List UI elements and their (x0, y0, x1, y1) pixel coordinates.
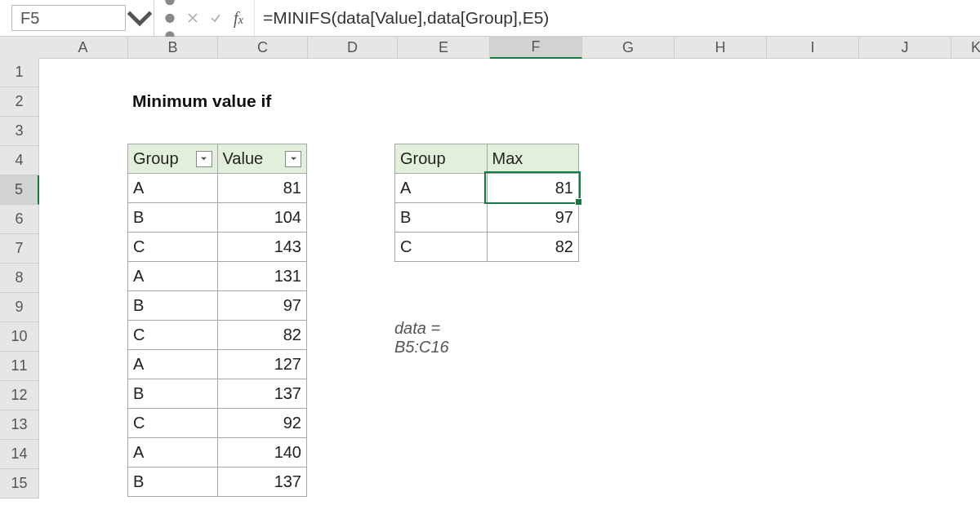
insert-function-button[interactable]: fx (228, 0, 249, 36)
result-table-cell[interactable]: B (395, 203, 488, 233)
data-table-cell[interactable]: C (128, 321, 218, 350)
col-head-F[interactable]: F (490, 37, 582, 59)
data-table-cell[interactable]: 131 (218, 262, 307, 291)
row-head-1[interactable]: 1 (0, 58, 39, 87)
data-table-cell[interactable]: 137 (218, 467, 307, 496)
svg-point-0 (165, 0, 174, 5)
col-head-J[interactable]: J (859, 37, 951, 59)
named-range-note: data = B5:C16 (394, 319, 449, 357)
row-head-5[interactable]: 5 (0, 175, 39, 205)
result-table-cell[interactable]: C (395, 233, 488, 261)
data-table-cell[interactable]: 127 (218, 350, 307, 379)
row-head-9[interactable]: 9 (0, 293, 39, 322)
filter-dropdown-icon[interactable] (196, 151, 212, 167)
row-head-11[interactable]: 11 (0, 352, 39, 381)
data-table-cell[interactable]: 137 (218, 379, 307, 409)
cancel-formula-icon[interactable] (182, 0, 203, 36)
svg-point-1 (165, 13, 174, 22)
filter-dropdown-icon[interactable] (285, 151, 301, 167)
row-head-14[interactable]: 14 (0, 440, 39, 469)
formula-bar: F5 fx =MINIFS(data[Value],data[Group],E5… (0, 0, 980, 37)
data-table-cell[interactable]: 82 (218, 321, 307, 350)
col-head-C[interactable]: C (218, 37, 308, 59)
data-table-cell[interactable]: A (128, 438, 218, 467)
row-head-7[interactable]: 7 (0, 234, 39, 264)
data-table-header[interactable]: Value (218, 144, 307, 174)
col-head-I[interactable]: I (767, 37, 859, 59)
data-table-cell[interactable]: 97 (218, 291, 307, 321)
col-head-B[interactable]: B (128, 37, 218, 59)
data-table: GroupValueA81B104C143A131B97C82A127B137C… (127, 144, 307, 497)
data-table-cell[interactable]: 140 (218, 438, 307, 467)
result-table-cell[interactable]: 82 (488, 233, 579, 261)
data-table-cell[interactable]: 104 (218, 203, 307, 233)
data-table-cell[interactable]: C (128, 409, 218, 438)
data-table-cell[interactable]: A (128, 174, 218, 203)
data-table-cell[interactable]: B (128, 467, 218, 496)
data-table-header[interactable]: Group (128, 144, 218, 174)
result-table-cell[interactable]: 97 (488, 203, 579, 233)
col-head-E[interactable]: E (398, 37, 490, 59)
formula-input[interactable]: =MINIFS(data[Value],data[Group],E5) (254, 0, 980, 36)
data-table-cell[interactable]: 81 (218, 174, 307, 203)
row-head-8[interactable]: 8 (0, 264, 39, 293)
col-head-A[interactable]: A (38, 37, 128, 59)
col-head-K[interactable]: K (951, 37, 980, 59)
result-table-cell[interactable]: A (395, 174, 488, 203)
data-table-cell[interactable]: A (128, 350, 218, 379)
data-table-cell[interactable]: B (128, 379, 218, 409)
result-table-header[interactable]: Max (488, 144, 579, 174)
row-head-10[interactable]: 10 (0, 322, 39, 352)
data-table-cell[interactable]: A (128, 262, 218, 291)
name-box-dropdown[interactable] (126, 0, 154, 36)
select-all-corner[interactable] (0, 37, 39, 59)
row-head-2[interactable]: 2 (0, 87, 39, 117)
row-head-12[interactable]: 12 (0, 381, 39, 410)
row-head-15[interactable]: 15 (0, 469, 39, 498)
page-title: Minimum value if (127, 86, 382, 115)
row-head-13[interactable]: 13 (0, 410, 39, 440)
header-label: Group (133, 149, 196, 168)
data-table-cell[interactable]: 143 (218, 233, 307, 262)
row-head-6[interactable]: 6 (0, 205, 39, 234)
col-head-H[interactable]: H (675, 37, 767, 59)
row-head-3[interactable]: 3 (0, 117, 39, 146)
data-table-cell[interactable]: B (128, 291, 218, 321)
col-head-G[interactable]: G (582, 37, 675, 59)
data-table-cell[interactable]: 92 (218, 409, 307, 438)
row-head-4[interactable]: 4 (0, 146, 39, 175)
data-table-cell[interactable]: B (128, 203, 218, 233)
data-table-cell[interactable]: C (128, 233, 218, 262)
name-box[interactable]: F5 (11, 5, 126, 31)
col-head-D[interactable]: D (308, 37, 398, 59)
result-table-header[interactable]: Group (395, 144, 488, 174)
formula-expand-icon[interactable] (159, 0, 180, 36)
enter-formula-icon[interactable] (205, 0, 226, 36)
result-table: GroupMaxA81B97C82 (394, 144, 579, 262)
header-label: Value (223, 149, 286, 168)
result-table-cell[interactable]: 81 (488, 174, 579, 203)
